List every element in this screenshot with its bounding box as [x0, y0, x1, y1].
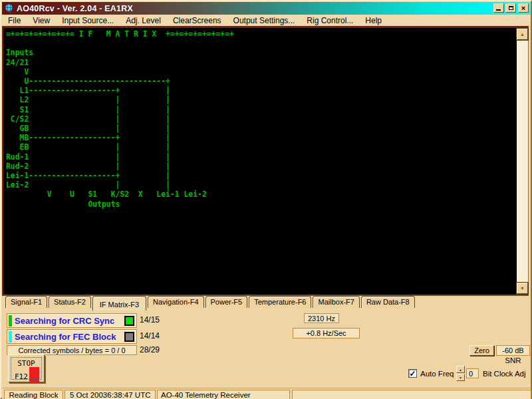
globe-icon	[4, 3, 14, 13]
if-matrix-terminal: =+=+=+=+=+=+=+= I F M A T R I X +=+=+=+=…	[2, 26, 529, 296]
terminal-scrollbar[interactable]: ▲ ▼	[517, 28, 528, 295]
spin-down-icon[interactable]: ▼	[456, 374, 465, 381]
status-state: Reading Block	[9, 391, 58, 399]
crc-sync-panel: Searching for CRC Sync	[7, 313, 137, 328]
minimize-glyph	[496, 9, 501, 11]
fec-block-label: Searching for FEC Block	[15, 332, 124, 342]
corrected-count: 28/29	[140, 345, 160, 354]
check-icon: ✓	[409, 370, 416, 377]
fec-count: 14/14	[140, 331, 160, 340]
status-empty-panel	[292, 390, 531, 399]
terminal-text: =+=+=+=+=+=+=+= I F M A T R I X +=+=+=+=…	[6, 29, 234, 209]
status-app-panel: AO-40 Telemetry Receiver	[157, 390, 290, 399]
tab-status-f2[interactable]: Status-F2	[49, 296, 91, 308]
status-state-panel: Reading Block	[4, 390, 63, 399]
menu-input-source[interactable]: Input Source...	[56, 15, 120, 26]
tab-raw-data-f8[interactable]: Raw Data-F8	[361, 296, 415, 308]
auto-freq-label: Auto Freq	[420, 370, 454, 378]
restore-icon[interactable]	[505, 3, 516, 13]
freq-offset-box: 2310 Hz	[304, 313, 339, 323]
menu-file[interactable]: File	[2, 15, 27, 26]
bit-clock-label: Bit Clock Adj	[483, 370, 526, 378]
corrected-symbols-panel: Corrected symbols / bytes = 0 / 0	[7, 345, 137, 355]
tab-mailbox-f7[interactable]: Mailbox-F7	[313, 296, 359, 308]
tab-if-matrix-f3[interactable]: IF Matrix-F3	[92, 296, 146, 311]
spin-up-icon[interactable]: ▲	[456, 366, 465, 373]
bit-clock-spinner: ▲ ▼	[456, 366, 465, 381]
bit-clock-value-box[interactable]: 0	[466, 368, 479, 378]
scroll-down-icon[interactable]: ▼	[517, 283, 528, 294]
auto-freq-checkbox[interactable]: ✓	[408, 369, 417, 378]
tab-power-f5[interactable]: Power-F5	[205, 296, 248, 308]
snr-value: -60 dB	[502, 346, 523, 354]
crc-sync-label: Searching for CRC Sync	[15, 316, 124, 326]
menu-help[interactable]: Help	[359, 15, 388, 26]
fec-block-panel: Searching for FEC Block	[7, 329, 137, 344]
title-bar: AO40Rcv - Ver. 2.04 - EA1RX ×	[2, 2, 530, 15]
minimize-icon[interactable]	[493, 3, 504, 13]
crc-activity-bar	[9, 315, 12, 327]
zero-button-label: Zero	[474, 346, 489, 354]
crc-count: 14/15	[140, 315, 160, 325]
menu-clearscreens[interactable]: ClearScreens	[167, 15, 227, 26]
status-app-name: AO-40 Telemetry Receiver	[161, 391, 251, 399]
tab-signal-f1[interactable]: Signal-F1	[5, 296, 47, 308]
menu-view[interactable]: View	[27, 15, 56, 26]
freq-drift-value: +0.8 Hz/Sec	[306, 329, 346, 337]
app-window: AO40Rcv - Ver. 2.04 - EA1RX × File View …	[0, 0, 532, 399]
menu-bar: File View Input Source... Adj. Level Cle…	[2, 15, 530, 26]
bit-clock-value: 0	[469, 370, 473, 378]
status-bar: Reading Block 5 Oct 2003 6:38:47 UTC AO-…	[2, 388, 530, 399]
tab-temperature-f6[interactable]: Temperature-F6	[249, 296, 311, 308]
tab-navigation-f4[interactable]: Navigation-F4	[148, 296, 203, 308]
corrected-symbols-label: Corrected symbols / bytes = 0 / 0	[18, 346, 125, 354]
freq-drift-box: +0.8 Hz/Sec	[293, 328, 360, 338]
status-date: 5 Oct 2003	[70, 391, 107, 399]
status-time: 6:38:47 UTC	[107, 391, 150, 399]
snr-value-box: -60 dB	[496, 345, 530, 356]
menu-rig-control[interactable]: Rig Control...	[301, 15, 359, 26]
snr-label: SNR	[496, 356, 530, 364]
close-icon[interactable]: ×	[518, 3, 529, 13]
freq-offset-value: 2310 Hz	[308, 315, 335, 323]
window-title: AO40Rcv - Ver. 2.04 - EA1RX	[17, 4, 133, 13]
stop-focus-rect	[11, 357, 42, 380]
status-datetime-panel: 5 Oct 2003 6:38:47 UTC	[65, 390, 156, 399]
menu-adj-level[interactable]: Adj. Level	[120, 15, 167, 26]
restore-glyph	[509, 6, 513, 10]
stop-f12-button[interactable]: STOP F12	[8, 354, 45, 382]
scroll-up-icon[interactable]: ▲	[517, 29, 528, 40]
crc-led-indicator	[124, 316, 134, 326]
menu-output-settings[interactable]: Output Settings...	[227, 15, 301, 26]
fec-led-indicator	[124, 332, 134, 342]
zero-button[interactable]: Zero	[469, 345, 494, 356]
fec-activity-bar	[9, 331, 12, 342]
tab-strip: Signal-F1 Status-F2 IF Matrix-F3 Navigat…	[5, 296, 416, 312]
